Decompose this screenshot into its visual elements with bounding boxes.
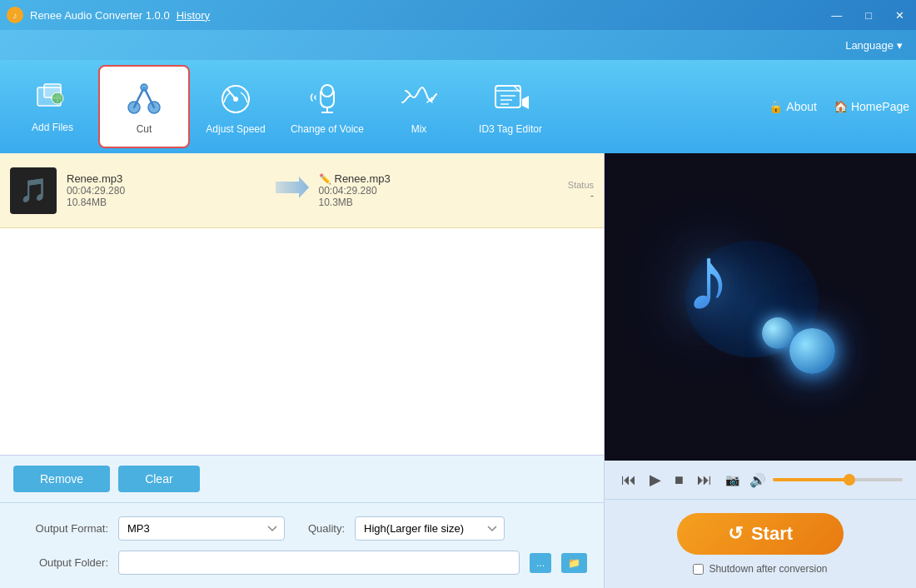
bottom-controls: Remove Clear: [0, 455, 604, 502]
visual-sphere-1: [789, 328, 835, 374]
change-of-voice-label: Change of Voice: [291, 123, 364, 135]
output-file-duration: 00:04:29.280: [319, 185, 518, 197]
start-label: Start: [751, 523, 793, 545]
about-label: About: [786, 100, 817, 113]
table-row: 🎵 Renee.mp3 00:04:29.280 10.84MB: [0, 153, 604, 228]
browse-button[interactable]: ...: [530, 553, 551, 573]
homepage-label: HomePage: [851, 100, 909, 113]
language-arrow-icon: ▾: [897, 39, 903, 52]
title-bar-left: ♪ Renee Audio Converter 1.0.0 History: [7, 7, 210, 23]
tool-change-of-voice[interactable]: Change of Voice: [281, 65, 373, 148]
add-files-icon: [36, 81, 69, 118]
music-visual: ♪: [677, 232, 844, 382]
tool-adjust-speed[interactable]: Adjust Speed: [190, 65, 281, 148]
language-bar: Language ▾: [0, 30, 916, 60]
minimize-button[interactable]: —: [826, 7, 847, 23]
title-bar-right: — □ ✕: [826, 7, 909, 23]
file-input-info: Renee.mp3 00:04:29.280 10.84MB: [67, 172, 266, 208]
tool-cut[interactable]: Cut: [98, 65, 190, 148]
svg-point-11: [233, 97, 238, 102]
preview-area: ♪: [605, 153, 916, 461]
start-icon: ↺: [728, 523, 743, 545]
start-button[interactable]: ↺ Start: [677, 513, 844, 555]
screenshot-button[interactable]: 📷: [722, 471, 743, 488]
tool-add-files[interactable]: Add Files: [7, 65, 98, 148]
main-area: 🎵 Renee.mp3 00:04:29.280 10.84MB: [0, 153, 916, 588]
shutdown-row: Shutdown after conversion: [693, 563, 827, 575]
format-label: Output Format:: [17, 522, 108, 535]
file-status: Status -: [527, 180, 594, 202]
app-logo: ♪: [7, 7, 23, 23]
input-file-duration: 00:04:29.280: [67, 185, 266, 197]
volume-slider[interactable]: [773, 478, 903, 481]
play-button[interactable]: ▶: [646, 469, 665, 491]
remove-button[interactable]: Remove: [13, 466, 110, 492]
adjust-speed-icon: [217, 79, 254, 120]
output-file-size: 10.3MB: [319, 197, 518, 208]
folder-label: Output Folder:: [17, 556, 108, 569]
shutdown-label: Shutdown after conversion: [709, 563, 827, 575]
svg-point-12: [321, 85, 333, 97]
music-thumbnail-icon: 🎵: [19, 177, 48, 204]
skip-back-button[interactable]: ⏮: [618, 470, 640, 491]
output-settings: Output Format: MP3 Quality: High(Larger …: [0, 502, 604, 588]
homepage-link[interactable]: 🏠 HomePage: [834, 100, 909, 113]
left-panel: 🎵 Renee.mp3 00:04:29.280 10.84MB: [0, 153, 605, 588]
output-file-name: Renee.mp3: [335, 172, 391, 185]
home-icon: 🏠: [834, 100, 848, 113]
skip-forward-button[interactable]: ⏭: [694, 470, 715, 491]
nav-right: 🔒 About 🏠 HomePage: [769, 100, 909, 113]
cut-icon: [126, 79, 162, 120]
music-note-visual: ♪: [685, 232, 731, 324]
language-selector[interactable]: Language ▾: [845, 39, 903, 52]
svg-marker-19: [522, 96, 529, 109]
quality-select[interactable]: High(Larger file size): [355, 516, 505, 541]
player-controls: ⏮ ▶ ■ ⏭ 📷 🔊: [605, 461, 916, 499]
mix-icon: [401, 79, 437, 120]
shutdown-checkbox[interactable]: [693, 564, 704, 575]
svg-marker-20: [276, 177, 309, 198]
toolbar: Add Files Cut Adjust Speed: [0, 60, 916, 153]
convert-arrow-icon: [276, 175, 309, 206]
folder-input[interactable]: [118, 551, 520, 575]
maximize-button[interactable]: □: [860, 7, 877, 23]
format-select[interactable]: MP3: [118, 516, 285, 541]
input-file-size: 10.84MB: [67, 197, 266, 208]
lock-icon: 🔒: [769, 100, 783, 113]
file-output-info: ✏️ Renee.mp3 00:04:29.280 10.3MB: [319, 172, 518, 208]
add-files-label: Add Files: [32, 122, 73, 133]
adjust-speed-label: Adjust Speed: [206, 123, 265, 135]
open-folder-button[interactable]: 📁: [561, 553, 587, 573]
close-button[interactable]: ✕: [890, 7, 909, 23]
history-link[interactable]: History: [177, 9, 210, 22]
id3-tag-icon: [492, 79, 529, 120]
svg-point-4: [52, 92, 63, 104]
visual-sphere-2: [762, 317, 794, 349]
change-of-voice-icon: [309, 79, 346, 120]
clear-button[interactable]: Clear: [118, 466, 199, 492]
app-name: Renee Audio Converter 1.0.0: [30, 9, 170, 22]
edit-icon: ✏️: [319, 173, 331, 185]
status-label: Status: [527, 180, 594, 190]
file-list: 🎵 Renee.mp3 00:04:29.280 10.84MB: [0, 153, 604, 455]
title-bar: ♪ Renee Audio Converter 1.0.0 History — …: [0, 0, 916, 30]
svg-point-9: [141, 84, 147, 91]
volume-icon: 🔊: [749, 472, 766, 488]
status-value: -: [527, 190, 594, 202]
language-label: Language: [845, 39, 894, 52]
format-row: Output Format: MP3 Quality: High(Larger …: [17, 516, 587, 541]
id3-tag-editor-label: ID3 Tag Editor: [479, 123, 542, 135]
tool-mix[interactable]: Mix: [373, 65, 465, 148]
quality-label: Quality:: [308, 522, 345, 535]
cut-label: Cut: [137, 123, 152, 135]
output-name-row: ✏️ Renee.mp3: [319, 172, 518, 185]
start-section: ↺ Start Shutdown after conversion: [605, 499, 916, 588]
right-panel: ♪ ⏮ ▶ ■ ⏭ 📷 🔊 ↺ Start Shutdown afte: [605, 153, 916, 588]
about-link[interactable]: 🔒 About: [769, 100, 817, 113]
stop-button[interactable]: ■: [671, 470, 687, 491]
mix-label: Mix: [411, 123, 427, 135]
folder-row: Output Folder: ... 📁: [17, 551, 587, 575]
tool-id3-tag-editor[interactable]: ID3 Tag Editor: [465, 65, 556, 148]
file-thumbnail: 🎵: [10, 167, 57, 214]
input-file-name: Renee.mp3: [67, 172, 266, 185]
